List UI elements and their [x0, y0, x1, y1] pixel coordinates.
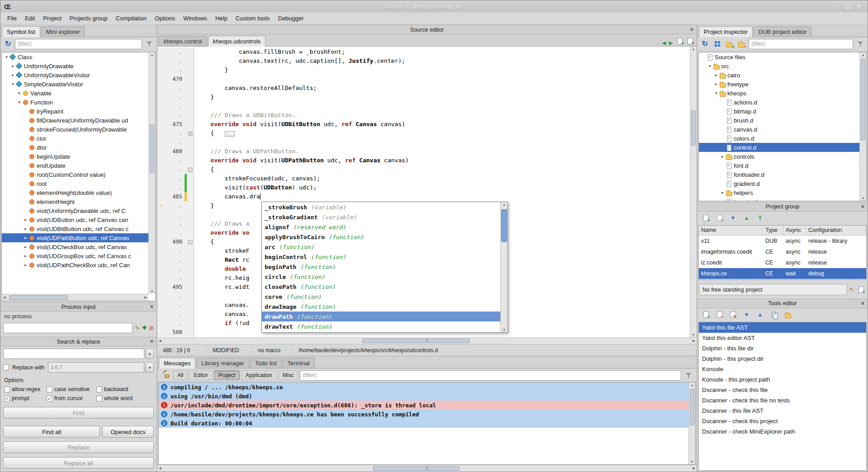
tool-item[interactable]: Yatol this editor AST: [699, 333, 866, 343]
remove-folder-icon[interactable]: −: [736, 39, 747, 49]
expand-arrow-icon[interactable]: ▸: [10, 73, 16, 77]
replace-all-button[interactable]: Replace all: [3, 457, 154, 469]
message-row[interactable]: iBuild duration: 00:00:04: [159, 419, 688, 428]
tree-item[interactable]: ▸visit(UDPathCheckBox udc, ref Can: [2, 260, 148, 269]
tree-item[interactable]: root(CustomControl value): [2, 170, 148, 179]
tool-item[interactable]: Dscanner - check MiniExplorer path: [699, 426, 866, 437]
scroll-down-icon[interactable]: ▼: [862, 197, 865, 200]
code-line[interactable]: . override void visit(UDPathButton udc, …: [157, 156, 690, 165]
minimize-button[interactable]: –: [831, 3, 842, 9]
add-tool-icon[interactable]: +: [701, 309, 711, 320]
search-dropdown-icon[interactable]: ▾: [146, 349, 154, 359]
tree-item[interactable]: elementHeight: [2, 197, 148, 206]
collapse-arrow-icon[interactable]: ▾: [16, 100, 22, 104]
fold-gutter[interactable]: −: [187, 165, 194, 174]
tree-item[interactable]: ▸UniformlyDrawable: [2, 61, 148, 71]
next-document-icon[interactable]: ▶: [668, 40, 674, 46]
remove-tool-icon[interactable]: −: [714, 309, 725, 320]
tree-view-mode-icon[interactable]: [712, 39, 722, 49]
project-row[interactable]: iz.coeditCEasyncrelease: [699, 257, 866, 268]
code-line[interactable]: . strokeFocused(udc, canvas);: [157, 174, 690, 183]
tab-dub-project-editor[interactable]: DUB project editor: [754, 26, 811, 37]
project-row[interactable]: x11DUBasyncrelease - library: [699, 236, 866, 246]
tree-item[interactable]: ▾Variable: [2, 89, 148, 98]
tree-item[interactable]: ▾SimpleDrawableVisitor: [2, 80, 148, 89]
code-line[interactable]: . }: [157, 93, 690, 102]
edit-tool-icon[interactable]: ✎: [728, 309, 738, 320]
scroll-up-icon[interactable]: ▲: [862, 53, 865, 57]
menu-debugger[interactable]: Debugger: [274, 13, 308, 24]
clear-messages-icon[interactable]: [161, 370, 171, 381]
tree-item[interactable]: fontloader.d: [699, 170, 859, 179]
tool-item[interactable]: Yatol this file AST: [699, 322, 866, 333]
project-row[interactable]: kheops.ceCEwaitdebug: [699, 268, 866, 279]
tree-item[interactable]: ▸freetype: [699, 80, 859, 89]
scroll-right-icon[interactable]: ▶: [693, 467, 695, 470]
pen-icon[interactable]: ✎: [135, 325, 140, 331]
search-input[interactable]: [3, 349, 144, 359]
collapse-arrow-icon[interactable]: ▾: [16, 91, 22, 95]
scroll-down-icon[interactable]: ▼: [503, 328, 506, 331]
tree-item[interactable]: ▾src: [699, 61, 859, 71]
close-process-panel-icon[interactable]: ✕: [150, 304, 154, 310]
send-input-icon[interactable]: ✚: [142, 325, 147, 331]
symbol-tree-hscrollbar[interactable]: ◀ ▶: [2, 294, 148, 301]
tree-item[interactable]: beginUpdate: [2, 152, 148, 161]
completion-item[interactable]: arc(function): [262, 242, 500, 252]
tab-kheops-control[interactable]: kheops.control: [159, 36, 207, 46]
completion-item[interactable]: beginPath(function): [262, 262, 500, 272]
collapse-arrow-icon[interactable]: ▾: [4, 55, 9, 59]
menu-windows[interactable]: Windows: [179, 13, 211, 24]
column-name[interactable]: Name: [699, 226, 763, 235]
tree-item[interactable]: ▸controls: [699, 152, 859, 161]
tab-todo-list[interactable]: Todo list: [250, 358, 282, 368]
scroll-left-icon[interactable]: ◀: [159, 339, 161, 343]
expand-arrow-icon[interactable]: ▸: [23, 254, 28, 258]
tree-item[interactable]: colors.d: [699, 134, 859, 143]
refresh-symbols-icon[interactable]: ↻: [3, 39, 13, 49]
fold-icon[interactable]: −: [188, 240, 192, 244]
folded-block-icon[interactable]: ...: [225, 131, 235, 137]
tree-item[interactable]: ▸cairo: [699, 71, 859, 80]
checkbox-prompt[interactable]: ✓prompt: [4, 395, 47, 401]
expand-arrow-icon[interactable]: ▸: [10, 64, 16, 68]
code-line[interactable]: 485 canvas.dra: [157, 192, 690, 201]
tab-library-manager[interactable]: Library manager: [196, 358, 249, 368]
replace-with-checkbox[interactable]: [3, 364, 9, 370]
code-line[interactable]: .− {: [157, 165, 690, 174]
tree-item[interactable]: dtor: [2, 143, 148, 152]
scroll-thumb[interactable]: [9, 295, 68, 300]
code-line[interactable]: 475 override void visit(UDBitButton udc,…: [157, 120, 690, 129]
code-line[interactable]: 480 /// Draws a UDPathButton.: [157, 147, 690, 156]
editor-hscrollbar[interactable]: ◀ ⠿ ▶: [157, 337, 697, 344]
add-free-project-icon[interactable]: +: [856, 284, 866, 295]
tool-item[interactable]: Dscanner - check this file: [699, 385, 866, 395]
completion-item[interactable]: drawPath(function): [262, 312, 500, 321]
collapse-arrow-icon[interactable]: ▾: [707, 64, 713, 68]
expand-arrow-icon[interactable]: ▸: [23, 227, 28, 231]
expand-arrow-icon[interactable]: ▸: [713, 73, 719, 77]
expand-arrow-icon[interactable]: ▸: [720, 154, 726, 159]
tree-item[interactable]: bitmap.d: [699, 107, 859, 116]
project-filter-input[interactable]: [749, 39, 853, 49]
tree-item[interactable]: control.d: [699, 143, 859, 152]
code-line[interactable]: . canvas.text(rc, udc.caption[], Justify…: [157, 57, 690, 66]
filter-misc-button[interactable]: Misc: [278, 370, 299, 380]
checkbox-case-sensitive[interactable]: case sensitive: [47, 386, 96, 392]
column-type[interactable]: Type: [763, 226, 783, 235]
completion-item[interactable]: applyBrushToCairo(function): [262, 232, 500, 242]
scroll-thumb[interactable]: [150, 125, 154, 173]
expand-arrow-icon[interactable]: ▸: [720, 190, 726, 195]
scroll-thumb[interactable]: [691, 110, 696, 145]
fold-gutter[interactable]: −: [187, 237, 194, 246]
menu-file[interactable]: File: [3, 13, 21, 24]
completion-item[interactable]: beginControl(function): [262, 252, 500, 262]
move-tool-down-icon[interactable]: ▼: [741, 309, 752, 320]
opened-docs-button[interactable]: Opened docs: [102, 426, 154, 438]
completion-scrollbar[interactable]: ▲ ▼: [500, 202, 508, 332]
code-line[interactable]: .: [157, 138, 690, 147]
move-project-down-icon[interactable]: ▼: [728, 212, 738, 223]
process-input-field[interactable]: [3, 323, 133, 333]
scroll-down-icon[interactable]: ▼: [151, 290, 154, 293]
tree-item[interactable]: ▸visit(UDBitButton udc, ref Canvas c: [2, 224, 148, 233]
